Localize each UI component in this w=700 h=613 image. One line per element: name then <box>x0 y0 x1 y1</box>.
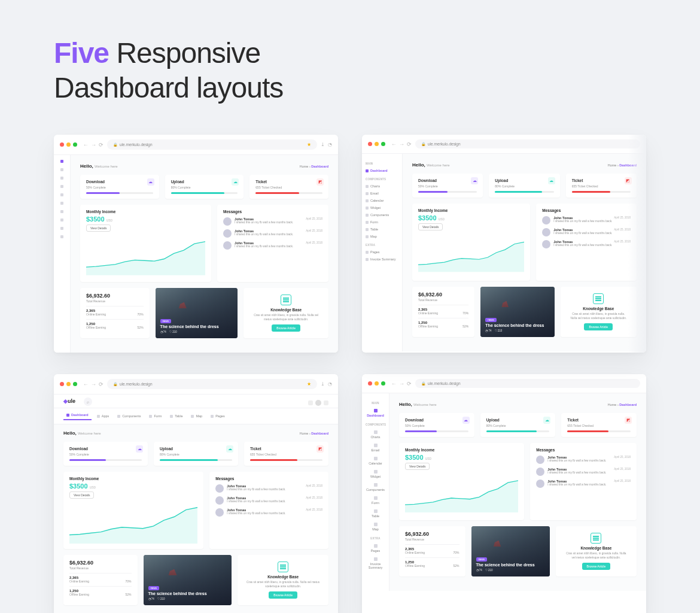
monthly-income-card: Monthly Income $3500 USD View Details <box>80 205 211 282</box>
sidebar-item[interactable]: Table <box>366 507 385 520</box>
reload-icon[interactable]: ⟳ <box>99 142 104 148</box>
ticket-icon: ◩ <box>625 177 632 184</box>
sidebar-item[interactable]: Pages <box>366 248 398 256</box>
sidebar-item[interactable]: Calendar <box>366 197 398 204</box>
message-item[interactable]: April 25, 2018John TomasI shared this on… <box>215 484 322 493</box>
back-icon[interactable]: ← <box>83 142 89 148</box>
sidebar-item[interactable]: Components <box>366 211 398 219</box>
sidebar-item[interactable]: Table <box>366 226 398 233</box>
sidebar-item[interactable]: Email <box>366 441 385 454</box>
stat-ticket[interactable]: Ticket655 Ticket Checked ◩ <box>561 413 637 437</box>
stat-upload[interactable]: Upload80% Complete ☁ <box>154 442 238 466</box>
browse-article-button[interactable]: Browse Article <box>272 324 300 332</box>
message-item[interactable]: April 25, 2018John TomasI shared this on… <box>542 228 631 236</box>
view-details-button[interactable]: View Details <box>418 223 443 230</box>
greeting: Hello, Welcome here <box>63 430 101 436</box>
content-header: Hello, Welcome here Home › Dashboard <box>412 162 637 168</box>
rail-item[interactable] <box>60 168 63 171</box>
sidebar-item[interactable]: Invoice Summary <box>366 555 385 572</box>
knowledge-base-card: Knowledge Base Cras sit amet nibh libero… <box>244 288 328 338</box>
sidebar-item[interactable]: Form <box>366 494 385 507</box>
stat-upload[interactable]: Upload80% Complete ☁ <box>489 174 559 198</box>
message-item[interactable]: April 25, 2018John TomasI shared this on… <box>223 241 322 250</box>
sidebar-item-dashboard[interactable]: Dashboard <box>366 406 385 420</box>
rail-item[interactable] <box>60 202 63 205</box>
nav-tab[interactable]: Form <box>146 412 165 420</box>
sidebar-item[interactable]: Charts <box>366 428 385 441</box>
greeting: Hello, Welcome here <box>399 402 437 407</box>
stat-upload[interactable]: Upload80% Complete ☁ <box>480 413 556 437</box>
message-item[interactable]: April 25, 2018John TomasI shared this on… <box>536 456 631 464</box>
sidebar-item[interactable]: Invoice Summary <box>366 256 398 263</box>
view-details-button[interactable]: View Details <box>69 491 94 499</box>
nav-tab[interactable]: Dashboard <box>63 412 92 420</box>
ticket-icon: ◩ <box>316 445 324 453</box>
stat-download[interactable]: Download50% Complete ☁ <box>63 442 148 466</box>
avatar[interactable] <box>315 400 321 406</box>
browser-chrome: ←→⟳ 🔒ule.merkulo.design★ ⤓◔ <box>54 374 338 394</box>
cloud-download-icon: ☁ <box>471 177 478 184</box>
nav-tab[interactable]: Table <box>167 412 185 420</box>
stat-ticket[interactable]: Ticket655 Ticket Checked ◩ <box>244 442 328 466</box>
ticket-icon: ◩ <box>316 178 324 186</box>
stat-download[interactable]: Download50% Complete ☁ <box>399 413 474 437</box>
article-card[interactable]: news The science behind the dress ◔ 74♡ … <box>156 288 238 338</box>
nav-tab[interactable]: Components <box>114 412 144 420</box>
rail-item[interactable] <box>60 185 63 188</box>
sidebar-item[interactable]: Email <box>366 190 398 197</box>
message-item[interactable]: April 25, 2018John TomasI shared this on… <box>542 240 631 248</box>
rail-item[interactable] <box>60 177 63 180</box>
stat-upload[interactable]: Upload80% Complete ☁ <box>165 175 244 199</box>
rail-item[interactable] <box>60 160 63 163</box>
article-card[interactable]: news The science behind the dress ◔ 74♡ … <box>144 555 232 605</box>
rail-item[interactable] <box>60 210 63 213</box>
layout-1: ←→⟳ 🔒ule.merkulo.design★ ⤓◔ Hello, Welco… <box>54 135 338 353</box>
cloud-download-icon: ☁ <box>147 178 154 186</box>
message-item[interactable]: April 25, 2018John TomasI shared this on… <box>536 480 631 488</box>
sidebar-item[interactable]: Widget <box>366 204 398 211</box>
rail-item[interactable] <box>60 193 63 196</box>
browse-article-button[interactable]: Browse Article <box>582 563 611 570</box>
message-item[interactable]: April 25, 2018John TomasI shared this on… <box>223 217 322 226</box>
message-item[interactable]: April 25, 2018John TomasI shared this on… <box>215 508 322 517</box>
sidebar-item[interactable]: Form <box>366 219 398 226</box>
nav-tab[interactable]: Map <box>188 412 205 420</box>
forward-icon[interactable]: → <box>91 142 96 148</box>
search-icon[interactable]: ⌕ <box>84 397 92 406</box>
sidebar-item[interactable]: Charts <box>366 183 398 190</box>
message-item[interactable]: April 25, 2018John TomasI shared this on… <box>542 216 631 224</box>
menu-icon[interactable] <box>324 400 328 405</box>
view-details-button[interactable]: View Details <box>86 224 111 232</box>
stat-ticket[interactable]: Ticket655 Ticket Checked ◩ <box>249 175 328 199</box>
nav-tab[interactable]: Apps <box>94 412 112 420</box>
browse-article-button[interactable]: Browse Article <box>584 323 613 330</box>
url-bar[interactable]: 🔒ule.merkulo.design★ <box>107 379 317 389</box>
browse-article-button[interactable]: Browse Article <box>269 591 297 599</box>
nav-tab[interactable]: Pages <box>208 412 228 420</box>
revenue-card: $6,932.60 Total Revenue 2,365Online Earn… <box>63 555 138 605</box>
notif-icon[interactable] <box>308 400 313 405</box>
sidebar-item[interactable]: Components <box>366 481 385 494</box>
stat-download[interactable]: Download50% Complete ☁ <box>412 174 483 198</box>
browser-chrome: ←→⟳ 🔒ule.merkulo.design <box>362 374 646 393</box>
url-bar[interactable]: 🔒ule.merkulo.design <box>415 379 640 388</box>
rail-item[interactable] <box>60 219 63 221</box>
sidebar-item[interactable]: Calendar <box>366 454 385 468</box>
sidebar-item[interactable]: Pages <box>366 542 385 555</box>
stat-download[interactable]: Download50% Complete ☁ <box>80 175 159 199</box>
url-bar[interactable]: 🔒ule.merkulo.design★ <box>107 139 317 150</box>
sidebar-item[interactable]: Widget <box>366 468 385 481</box>
sidebar-item-dashboard[interactable]: Dashboard <box>366 167 398 174</box>
view-details-button[interactable]: View Details <box>405 463 430 470</box>
message-item[interactable]: April 25, 2018John TomasI shared this on… <box>223 229 322 238</box>
article-card[interactable]: news The science behind the dress ◔ 74♡ … <box>480 287 554 337</box>
stat-ticket[interactable]: Ticket655 Ticket Checked ◩ <box>566 174 637 198</box>
sidebar-item[interactable]: Map <box>366 520 385 533</box>
message-item[interactable]: April 25, 2018John TomasI shared this on… <box>215 496 322 505</box>
message-item[interactable]: April 25, 2018John TomasI shared this on… <box>536 468 631 476</box>
rail-item[interactable] <box>60 235 63 238</box>
rail-item[interactable] <box>60 227 63 230</box>
article-card[interactable]: news The science behind the dress ◔ 74♡ … <box>471 526 550 576</box>
url-bar[interactable]: 🔒ule.merkulo.design <box>415 139 640 148</box>
sidebar-item[interactable]: Map <box>366 233 398 240</box>
